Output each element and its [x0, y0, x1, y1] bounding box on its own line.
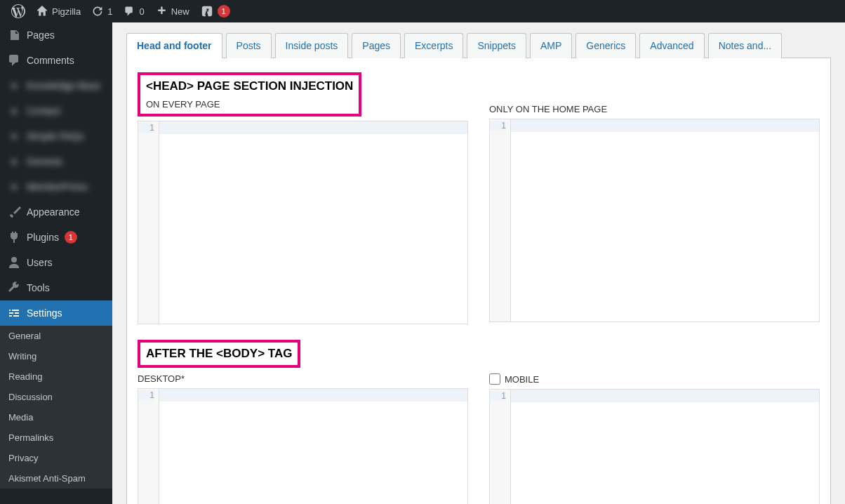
comments-menu[interactable]: 0 [118, 0, 149, 22]
submenu-general[interactable]: General [0, 326, 112, 346]
every-page-label: ON EVERY PAGE [146, 99, 353, 110]
submenu-reading[interactable]: Reading [0, 366, 112, 387]
comments-icon [7, 53, 21, 67]
tab-excerpts[interactable]: Excerpts [404, 33, 463, 58]
sidebar-item-label: Pages [27, 29, 55, 41]
editor-gutter: 1 [138, 389, 159, 504]
sidebar-item-blurred[interactable]: ■MemberPress [0, 174, 112, 199]
highlight-box-1: <HEAD> PAGE SECTION INJECTION ON EVERY P… [138, 72, 361, 117]
sidebar-item-blurred[interactable]: ■Knowledge Base [0, 73, 112, 98]
submenu-writing[interactable]: Writing [0, 346, 112, 366]
admin-bar: Pigzilla 1 0 New 1 [0, 0, 845, 22]
sidebar-item-appearance[interactable]: Appearance [0, 199, 112, 225]
pages-icon [7, 28, 21, 42]
updates-menu[interactable]: 1 [86, 0, 118, 22]
comments-count: 0 [139, 6, 144, 17]
editor-body[interactable] [159, 121, 467, 324]
wordpress-icon [11, 4, 25, 18]
home-page-label: ONLY ON THE HOME PAGE [489, 104, 820, 114]
new-label: New [171, 6, 189, 17]
section-head-injection-title: <HEAD> PAGE SECTION INJECTION [146, 79, 353, 93]
sidebar-item-label: Appearance [27, 206, 80, 218]
sidebar-item-blurred[interactable]: ■Contact [0, 98, 112, 124]
sidebar-item-pages[interactable]: Pages [0, 22, 112, 48]
sidebar-item-label: Users [27, 257, 53, 268]
brush-icon [7, 205, 21, 219]
submenu-media[interactable]: Media [0, 407, 112, 427]
sliders-icon [7, 306, 21, 320]
sidebar-item-settings[interactable]: Settings [0, 300, 112, 326]
editor-gutter: 1 [490, 119, 511, 321]
sidebar-item-tools[interactable]: Tools [0, 275, 112, 300]
editor-body[interactable] [511, 390, 819, 504]
home-icon [36, 6, 48, 17]
tab-notes[interactable]: Notes and... [708, 33, 783, 58]
site-name-menu[interactable]: Pigzilla [31, 0, 86, 22]
sidebar-item-users[interactable]: Users [0, 250, 112, 275]
code-editor-body-desktop[interactable]: 1 [138, 388, 468, 504]
tab-panel: <HEAD> PAGE SECTION INJECTION ON EVERY P… [126, 58, 831, 504]
editor-gutter: 1 [490, 390, 511, 504]
tab-snippets[interactable]: Snippets [467, 33, 526, 58]
section-after-body-title: AFTER THE <BODY> TAG [146, 347, 292, 361]
editor-body[interactable] [511, 119, 819, 321]
sidebar-item-blurred[interactable]: ■Genesis [0, 149, 112, 174]
settings-tabs: Head and footer Posts Inside posts Pages… [126, 33, 831, 58]
yoast-menu[interactable]: 1 [195, 0, 236, 22]
tab-advanced[interactable]: Advanced [639, 33, 704, 58]
plugin-icon [7, 230, 21, 244]
sidebar-item-label: Settings [27, 307, 62, 319]
tab-pages[interactable]: Pages [352, 33, 401, 58]
sidebar-item-label: Tools [27, 282, 50, 293]
tab-amp[interactable]: AMP [530, 33, 572, 58]
new-content-menu[interactable]: New [150, 0, 195, 22]
editor-body[interactable] [159, 389, 467, 504]
sidebar-item-plugins[interactable]: Plugins 1 [0, 225, 112, 250]
sidebar-item-blurred[interactable]: ■Simple FAQs [0, 124, 112, 149]
plus-icon [156, 6, 167, 17]
yoast-icon [201, 5, 213, 18]
admin-sidebar: Pages Comments ■Knowledge Base ■Contact … [0, 22, 112, 504]
user-icon [7, 256, 21, 270]
sidebar-item-label: Plugins [27, 232, 59, 243]
tab-generics[interactable]: Generics [575, 33, 636, 58]
editor-gutter: 1 [138, 121, 159, 324]
submenu-discussion[interactable]: Discussion [0, 387, 112, 407]
submenu-privacy[interactable]: Privacy [0, 448, 112, 468]
yoast-badge: 1 [218, 5, 230, 18]
plugins-badge: 1 [65, 231, 77, 244]
sidebar-item-label: Comments [27, 55, 74, 66]
updates-count: 1 [107, 6, 112, 17]
tab-inside-posts[interactable]: Inside posts [275, 33, 349, 58]
submenu-akismet[interactable]: Akismet Anti-Spam [0, 468, 112, 489]
sidebar-item-comments[interactable]: Comments [0, 48, 112, 73]
wp-logo-menu[interactable] [6, 0, 31, 22]
tab-head-footer[interactable]: Head and footer [126, 33, 222, 58]
wrench-icon [7, 281, 21, 295]
refresh-icon [92, 6, 103, 17]
code-editor-head-home-page[interactable]: 1 [489, 119, 820, 322]
mobile-label: MOBILE [505, 374, 539, 385]
submenu-permalinks[interactable]: Permalinks [0, 427, 112, 448]
comment-icon [124, 6, 135, 17]
code-editor-body-mobile[interactable]: 1 [489, 389, 820, 504]
site-name: Pigzilla [52, 6, 81, 17]
main-content: Head and footer Posts Inside posts Pages… [112, 22, 845, 504]
code-editor-head-every-page[interactable]: 1 [138, 121, 468, 324]
mobile-label-row: MOBILE [489, 373, 820, 385]
desktop-label: DESKTOP* [138, 373, 468, 384]
settings-submenu: General Writing Reading Discussion Media… [0, 326, 112, 489]
tab-posts[interactable]: Posts [226, 33, 272, 58]
mobile-checkbox[interactable] [489, 373, 500, 385]
highlight-box-2: AFTER THE <BODY> TAG [138, 340, 300, 368]
